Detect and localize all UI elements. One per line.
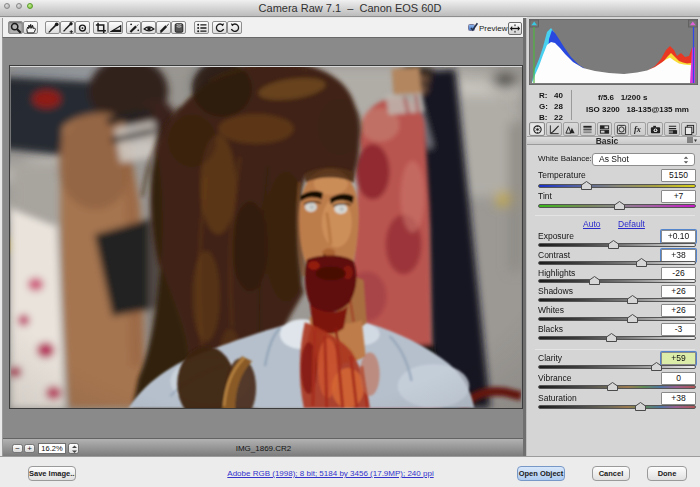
svg-text:fx: fx [634,125,641,134]
